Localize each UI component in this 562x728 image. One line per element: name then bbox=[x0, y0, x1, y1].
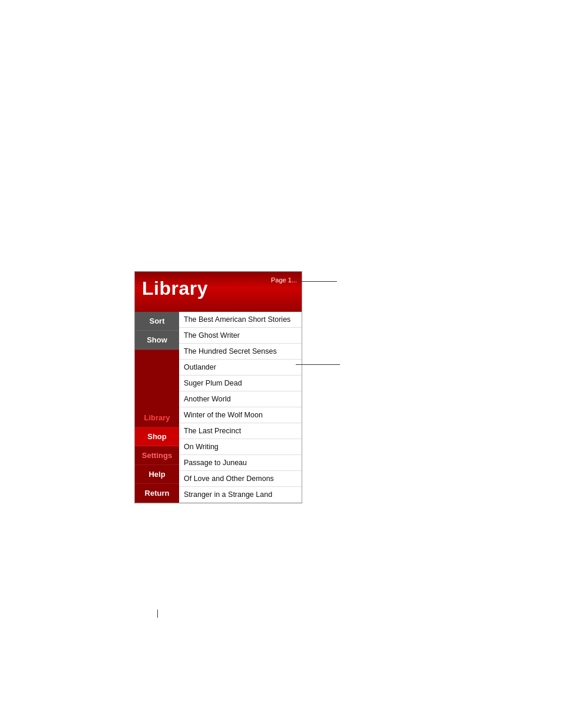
book-item[interactable]: Of Love and Other Demons bbox=[179, 471, 302, 487]
cursor bbox=[157, 610, 158, 618]
app-header: Library Page 1... bbox=[135, 272, 302, 312]
book-item[interactable]: Suger Plum Dead bbox=[179, 375, 302, 391]
book-item[interactable]: The Best American Short Stories bbox=[179, 312, 302, 328]
annotation-line bbox=[296, 364, 340, 365]
sidebar-item-library[interactable]: Library bbox=[135, 409, 179, 427]
library-app: Library Page 1... Sort Show Library Shop… bbox=[134, 271, 302, 503]
page-indicator: Page 1... bbox=[271, 276, 297, 284]
book-item[interactable]: The Hundred Secret Senses bbox=[179, 344, 302, 360]
sidebar-item-help[interactable]: Help bbox=[135, 465, 179, 484]
sidebar-item-return[interactable]: Return bbox=[135, 484, 179, 503]
sidebar-item-shop[interactable]: Shop bbox=[135, 427, 179, 446]
book-item[interactable]: Stranger in a Strange Land bbox=[179, 487, 302, 503]
app-title: Library bbox=[142, 278, 208, 299]
book-list: The Best American Short Stories The Ghos… bbox=[179, 312, 302, 503]
book-item[interactable]: Passage to Juneau bbox=[179, 455, 302, 471]
book-item[interactable]: Winter of the Wolf Moon bbox=[179, 407, 302, 423]
book-item[interactable]: Another World bbox=[179, 391, 302, 407]
page-indicator-line bbox=[296, 281, 337, 282]
book-item[interactable]: On Writing bbox=[179, 439, 302, 455]
book-item[interactable]: Outlander bbox=[179, 360, 302, 375]
content-area: Sort Show Library Shop Settings Help Ret… bbox=[135, 312, 302, 503]
book-item[interactable]: The Ghost Writer bbox=[179, 328, 302, 344]
sidebar-item-show[interactable]: Show bbox=[135, 331, 179, 350]
sidebar-item-sort[interactable]: Sort bbox=[135, 312, 179, 331]
sidebar: Sort Show Library Shop Settings Help Ret… bbox=[135, 312, 179, 503]
sidebar-item-settings[interactable]: Settings bbox=[135, 446, 179, 465]
sidebar-spacer bbox=[135, 350, 179, 409]
book-item[interactable]: The Last Precinct bbox=[179, 423, 302, 439]
